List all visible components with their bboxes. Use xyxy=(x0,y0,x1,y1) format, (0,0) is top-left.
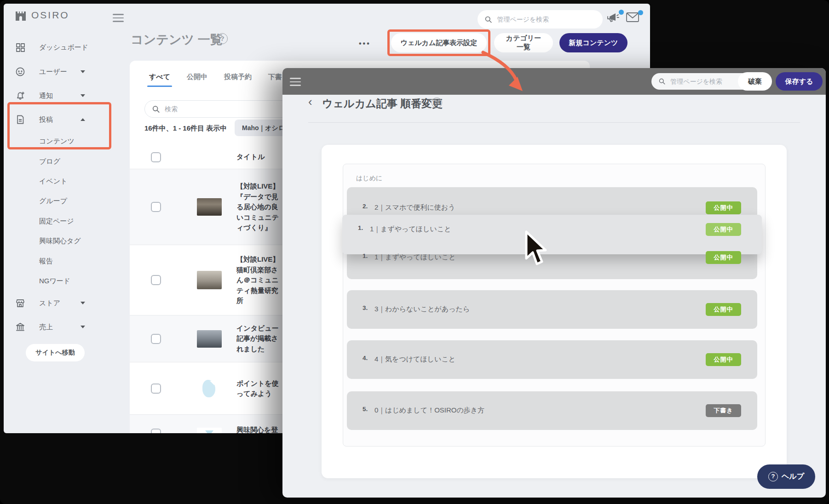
welcome-article-reorder-window: 破棄 保存する ‹ ウェルカム記事 順番変更 ? はじめに 2. 2｜スマホで便… xyxy=(282,68,826,498)
notification-dot xyxy=(638,10,643,15)
screenshot-composite: OSIRO ダッシュボード ユーザー 通知 xyxy=(0,0,829,504)
sidebar-item-notifications[interactable]: 通知 xyxy=(4,89,123,102)
section-label: はじめに xyxy=(356,174,382,183)
category-list-button[interactable]: カテゴリー一覧 xyxy=(494,33,553,52)
thumbnail-video xyxy=(197,330,222,348)
chevron-up-icon xyxy=(81,118,85,121)
goto-site-button[interactable]: サイトへ移動 xyxy=(26,344,85,361)
search-icon xyxy=(659,78,665,85)
row-checkbox[interactable] xyxy=(151,384,161,394)
page-title: コンテンツ 一覧 xyxy=(131,31,223,48)
overlay-topbar: 破棄 保存する xyxy=(282,68,826,95)
status-badge: 公開中 xyxy=(706,223,741,236)
chevron-down-icon xyxy=(81,326,85,328)
chevron-down-icon xyxy=(81,70,85,73)
row-checkbox[interactable] xyxy=(151,275,161,285)
new-content-button[interactable]: 新規コンテンツ xyxy=(559,33,628,52)
thumbnail-logo xyxy=(202,380,215,397)
tab-all[interactable]: すべて xyxy=(149,73,170,87)
reorder-row[interactable]: 4. 4｜気をつけてほしいこと 公開中 xyxy=(347,340,757,379)
sidebar-item-reports[interactable]: 報告 xyxy=(4,255,123,268)
logo-text: OSIRO xyxy=(31,10,69,21)
status-badge: 公開中 xyxy=(706,303,741,316)
row-title: ポイントを使ってみよう xyxy=(236,378,282,399)
sidebar-item-dashboard[interactable]: ダッシュボード xyxy=(4,41,123,54)
welcome-article-settings-button[interactable]: ウェルカム記事表示設定 xyxy=(391,33,487,52)
reorder-group-block: 2. 2｜スマホで便利に使おう 公開中 1. 1｜まずやってほしいこと 公開中 … xyxy=(347,187,757,279)
discard-button[interactable]: 破棄 xyxy=(738,72,772,91)
status-badge: 公開中 xyxy=(706,251,741,264)
notification-dot xyxy=(619,10,624,15)
chevron-down-icon xyxy=(81,94,85,97)
menu-hamburger-icon[interactable] xyxy=(290,78,301,86)
reorder-panel: はじめに 2. 2｜スマホで便利に使おう 公開中 1. 1｜まずやってほしいこと… xyxy=(343,164,766,447)
search-icon xyxy=(485,16,492,23)
thumbnail-logo xyxy=(197,428,222,433)
help-circle-icon[interactable]: ? xyxy=(432,97,442,108)
tab-published[interactable]: 公開中 xyxy=(187,73,207,87)
sidebar-item-contents[interactable]: コンテンツ xyxy=(4,135,123,148)
row-title: 興味関心を登 xyxy=(236,425,282,433)
select-all-checkbox[interactable] xyxy=(151,152,161,162)
reorder-card: はじめに 2. 2｜スマホで便利に使おう 公開中 1. 1｜まずやってほしいこと… xyxy=(322,145,787,478)
status-badge: 公開中 xyxy=(706,353,741,366)
sidebar-item-posts[interactable]: 投稿 xyxy=(4,113,123,126)
thumbnail-video xyxy=(197,198,222,216)
row-checkbox[interactable] xyxy=(151,202,161,212)
reorder-row[interactable]: 2. 2｜スマホで便利に使おう 公開中 xyxy=(347,201,757,214)
more-options-icon[interactable]: ••• xyxy=(359,40,371,48)
sidebar-item-interest-tags[interactable]: 興味関心タグ xyxy=(4,235,123,247)
admin-search-input[interactable] xyxy=(496,15,595,23)
sidebar-item-sales[interactable]: 売上 xyxy=(4,321,123,333)
help-button[interactable]: ? ヘルプ xyxy=(757,464,815,489)
status-badge: 下書き xyxy=(706,404,741,417)
sidebar-item-store[interactable]: ストア xyxy=(4,297,123,309)
announcement-megaphone-icon[interactable] xyxy=(606,11,623,27)
osiro-logo: OSIRO xyxy=(14,8,69,22)
sidebar-item-blog[interactable]: ブログ xyxy=(4,155,123,168)
messages-mail-icon[interactable] xyxy=(626,11,642,27)
back-chevron-icon[interactable]: ‹ xyxy=(308,96,312,108)
save-button[interactable]: 保存する xyxy=(776,72,823,91)
overlay-page-title: ウェルカム記事 順番変更 xyxy=(322,97,443,111)
admin-search-box[interactable] xyxy=(478,10,603,29)
row-title: 【対談LIVE】『データで見る居心地の良いコミュニティづくり』 xyxy=(236,181,282,233)
sidebar-item-ng-words[interactable]: NGワード xyxy=(4,275,123,287)
result-count: 16件中、1 - 16件目 表示中 xyxy=(144,124,227,133)
tab-scheduled[interactable]: 投稿予約 xyxy=(224,73,252,87)
mouse-cursor-icon xyxy=(524,230,547,269)
row-title: インタビュー記事が掲載されました xyxy=(236,323,282,355)
status-badge: 公開中 xyxy=(706,201,741,214)
reorder-row[interactable]: 1. 1｜まずやってほしいこと 公開中 xyxy=(347,251,757,264)
chevron-down-icon xyxy=(81,302,85,304)
sidebar-item-groups[interactable]: グループ xyxy=(4,195,123,207)
dragged-row-ghost[interactable]: 1. 1｜まずやってほしいこと 公開中 xyxy=(342,215,762,254)
thumbnail-video xyxy=(197,271,222,289)
column-header-title: タイトル xyxy=(236,153,265,161)
help-circle-icon[interactable]: ? xyxy=(217,33,228,44)
sidebar-item-fixed-pages[interactable]: 固定ページ xyxy=(4,215,123,228)
row-title: 【対談LIVE】猫町倶楽部さん＠コミュニティ熱量研究所 xyxy=(236,254,282,306)
sidebar-item-events[interactable]: イベント xyxy=(4,175,123,188)
menu-hamburger-icon[interactable] xyxy=(113,14,124,22)
divider xyxy=(308,122,800,123)
content-tabs: すべて 公開中 投稿予約 下書き xyxy=(149,73,289,87)
row-checkbox[interactable] xyxy=(151,334,161,344)
reorder-row[interactable]: 3. 3｜わからないことがあったら 公開中 xyxy=(347,290,757,329)
help-circle-icon: ? xyxy=(768,472,778,481)
search-icon xyxy=(152,105,160,113)
castle-logo-icon xyxy=(14,8,28,22)
sidebar-item-users[interactable]: ユーザー xyxy=(4,65,123,78)
row-checkbox[interactable] xyxy=(151,429,161,433)
reorder-row[interactable]: 5. 0｜はじめまして！OSIROの歩き方 下書き xyxy=(347,391,757,430)
